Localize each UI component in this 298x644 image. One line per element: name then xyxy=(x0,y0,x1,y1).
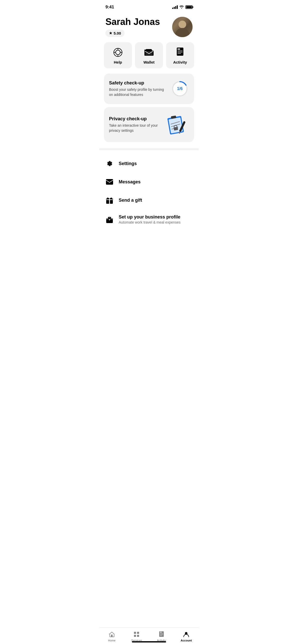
avatar[interactable] xyxy=(172,17,193,37)
settings-menu-item[interactable]: Settings xyxy=(99,154,199,173)
wallet-action-card[interactable]: Wallet xyxy=(135,42,163,68)
send-gift-text: Send a gift xyxy=(119,198,142,203)
status-time: 9:41 xyxy=(105,5,114,10)
svg-rect-31 xyxy=(106,199,113,200)
battery-icon xyxy=(185,5,193,9)
activity-action-card[interactable]: Activity xyxy=(166,42,194,68)
messages-title: Messages xyxy=(119,179,141,185)
menu-list: Settings Messages xyxy=(99,152,199,231)
activity-icon xyxy=(175,47,185,57)
business-profile-title: Set up your business profile xyxy=(119,214,181,220)
privacy-card-title: Privacy check-up xyxy=(109,116,162,122)
svg-rect-14 xyxy=(178,52,183,52)
business-profile-text: Set up your business profile Automate wo… xyxy=(119,214,181,224)
svg-rect-13 xyxy=(178,51,183,51)
settings-text: Settings xyxy=(119,161,137,166)
settings-title: Settings xyxy=(119,161,137,166)
send-gift-menu-item[interactable]: Send a gift xyxy=(99,191,199,209)
safety-checkup-card[interactable]: Safety check-up Boost your safety profil… xyxy=(104,74,194,104)
safety-card-title: Safety check-up xyxy=(109,80,167,86)
privacy-card-text: Privacy check-up Take an interactive tou… xyxy=(109,116,166,133)
rating-value: 5.00 xyxy=(114,31,121,35)
safety-progress-circle: 1/6 xyxy=(171,80,189,98)
envelope-icon xyxy=(105,178,114,186)
section-separator xyxy=(99,148,199,150)
messages-text: Messages xyxy=(119,179,141,185)
privacy-illustration xyxy=(166,113,189,136)
svg-rect-35 xyxy=(109,219,110,220)
wallet-label: Wallet xyxy=(143,60,155,64)
wallet-icon xyxy=(144,47,154,57)
svg-rect-15 xyxy=(178,53,181,54)
business-profile-subtitle: Automate work travel & meal expenses xyxy=(119,220,181,224)
quick-actions: Help Wallet xyxy=(99,42,199,68)
star-icon: ★ xyxy=(109,31,112,35)
privacy-card-description: Take an interactive tour of your privacy… xyxy=(109,123,162,133)
svg-rect-9 xyxy=(145,51,153,55)
user-name: Sarah Jonas xyxy=(105,17,160,27)
safety-progress-text: 1/6 xyxy=(177,86,183,91)
help-label: Help xyxy=(114,60,122,64)
status-bar: 9:41 xyxy=(99,0,199,13)
rating-badge: ★ 5.00 xyxy=(105,30,125,37)
help-icon xyxy=(113,47,123,57)
cards-section: Safety check-up Boost your safety profil… xyxy=(99,74,199,142)
messages-menu-item[interactable]: Messages xyxy=(99,173,199,191)
safety-card-description: Boost your safety profile by turning on … xyxy=(109,87,167,97)
gift-icon xyxy=(105,196,114,204)
svg-rect-27 xyxy=(106,179,113,185)
activity-label: Activity xyxy=(173,60,187,64)
send-gift-title: Send a gift xyxy=(119,198,142,203)
wifi-icon xyxy=(179,5,184,9)
svg-rect-12 xyxy=(178,49,180,50)
signal-icon xyxy=(172,5,178,9)
status-icons xyxy=(172,5,193,9)
briefcase-icon xyxy=(105,215,114,224)
safety-card-text: Safety check-up Boost your safety profil… xyxy=(109,80,171,97)
gear-icon xyxy=(105,159,114,168)
help-action-card[interactable]: Help xyxy=(104,42,132,68)
business-profile-menu-item[interactable]: Set up your business profile Automate wo… xyxy=(99,209,199,229)
svg-point-1 xyxy=(116,50,120,55)
header: Sarah Jonas ★ 5.00 xyxy=(99,13,199,42)
svg-rect-8 xyxy=(146,49,152,51)
privacy-checkup-card[interactable]: Privacy check-up Take an interactive tou… xyxy=(104,107,194,142)
